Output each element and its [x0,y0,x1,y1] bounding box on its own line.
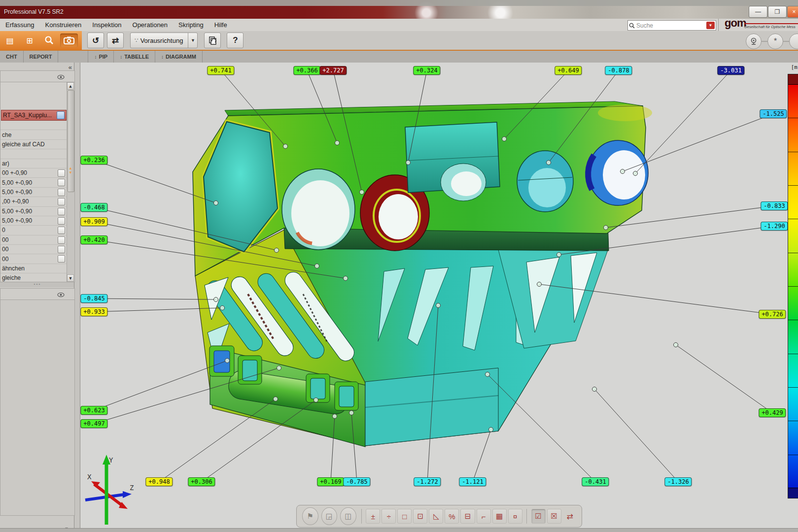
report-page-button[interactable]: ▤ [1,33,19,47]
measure-point[interactable] [547,161,551,165]
tree-item[interactable]: ähnchen [0,264,67,273]
deviation-label[interactable]: -1.290 [761,222,788,231]
item-checkbox[interactable] [58,236,65,244]
item-checkbox[interactable] [57,111,65,119]
new-window-button[interactable]: ⊞ [21,33,38,47]
scroll-thumb[interactable] [68,90,74,192]
rect-select-button[interactable]: □ [397,509,412,524]
deviation-label[interactable]: -0.878 [605,66,632,75]
measure-point[interactable] [633,171,638,176]
deviation-label[interactable]: +2.727 [319,66,347,75]
3d-viewport[interactable]: Y X Z +0.741+0.366+2.727+0.324+0.649-0.8… [80,63,798,528]
circle-select-button[interactable]: % [445,509,459,524]
measure-point[interactable] [349,411,354,415]
deviation-label[interactable]: -0.785 [343,477,370,486]
measure-point[interactable] [333,414,337,419]
maximize-button[interactable]: ❐ [768,6,787,18]
visibility-eye-icon[interactable] [57,73,65,82]
search-dropdown-button[interactable]: ▼ [706,22,715,29]
menu-skripting[interactable]: Skripting [173,20,209,30]
tree-item[interactable]: 00 [0,254,67,264]
tab-pip[interactable]: ↕PIP [88,51,114,63]
tree-item[interactable]: gleiche auf CAD [0,140,67,149]
light-view-button[interactable]: * [767,33,783,49]
item-checkbox[interactable] [58,246,65,253]
measure-point[interactable] [335,141,340,145]
deviation-color-scale[interactable] [788,74,798,499]
measure-point[interactable] [277,366,281,370]
section-button[interactable]: ⊟ [460,509,475,524]
menu-inspektion[interactable]: Inspektion [87,20,127,30]
measure-point[interactable] [436,303,441,308]
measure-point[interactable] [274,397,278,401]
deviation-label[interactable]: +0.623 [80,406,107,415]
menu-hilfe[interactable]: Hilfe [209,20,233,30]
deviation-label[interactable]: -1.121 [459,477,486,486]
deviation-label[interactable]: -0.468 [80,203,107,212]
swap-stages-button[interactable]: ⇄ [563,509,577,524]
measure-point[interactable] [557,253,561,257]
deviation-label[interactable]: +0.324 [413,66,440,75]
deviation-label[interactable]: -1.525 [760,109,787,118]
camera-button[interactable] [60,33,78,47]
tree-item[interactable]: 00 [0,235,67,245]
tab-diagramm[interactable]: ↕DIAGRAMM [155,51,203,63]
deviation-label[interactable]: +0.741 [207,66,234,75]
tab-tabelle[interactable]: ↕TABELLE [114,51,155,63]
tree-item[interactable]: che [0,130,67,139]
measure-point[interactable] [537,282,542,287]
rotate-left-button[interactable]: ↻ [87,33,104,48]
alignment-dropdown-arrow[interactable]: ▼ [188,33,197,48]
deviation-label[interactable]: -0.845 [80,294,107,303]
tab-report[interactable]: REPORT [24,51,59,63]
tree-scrollbar[interactable]: ▲ ▲▼ ▼ [67,82,74,282]
deviation-label[interactable]: -3.031 [717,66,744,75]
deviation-label[interactable]: +0.169 [317,477,344,486]
visibility-eye-icon[interactable] [57,291,65,299]
deviation-label[interactable]: -1.272 [414,477,441,486]
close-button[interactable]: × [787,6,798,18]
deviation-label[interactable]: +0.236 [80,156,107,165]
measure-point[interactable] [592,387,597,392]
measure-point[interactable] [360,190,364,195]
measure-point[interactable] [406,161,411,165]
measure-point[interactable] [344,276,348,281]
deviation-label[interactable]: +0.933 [80,307,107,316]
model-3d-part[interactable]: Y X Z [80,63,798,528]
item-checkbox[interactable] [58,227,65,234]
grid-button[interactable]: ▦ [492,509,507,524]
sidebar-collapse-button[interactable]: « [69,64,72,71]
sync-rotate-button[interactable]: ⇄ [107,33,124,48]
item-checkbox[interactable] [58,189,65,196]
measure-point[interactable] [214,298,218,302]
deviation-label[interactable]: -1.326 [664,477,692,486]
scroll-down-icon[interactable]: ▼ [67,274,74,282]
deviation-label[interactable]: +0.429 [759,408,786,417]
tab-cht[interactable]: CHT [0,51,24,63]
lock-labels-button[interactable]: ⚑ [302,507,318,525]
tree-item[interactable]: 00 +-0,90 [0,168,67,178]
measure-point[interactable] [604,226,608,230]
deviation-label[interactable]: +0.726 [759,310,786,319]
measure-triangle-button[interactable]: ◺ [429,509,443,524]
measure-point[interactable] [214,201,218,205]
camera-view-button[interactable] [746,33,762,49]
tree-item-selected[interactable]: RT_SA3_Kupplu... [1,110,67,121]
scroll-up-icon[interactable]: ▲ [67,82,74,90]
menu-konstruieren[interactable]: Konstruieren [40,20,87,30]
item-checkbox[interactable] [58,169,65,177]
item-checkbox[interactable] [58,255,65,263]
item-checkbox[interactable] [58,208,65,215]
deviation-label[interactable]: +0.306 [188,477,215,486]
deviation-label[interactable]: +0.497 [80,419,107,428]
tree-item[interactable]: 5,00 +-0,90 [0,178,67,187]
tree-item[interactable]: ar) [0,159,67,168]
minimize-button[interactable]: — [749,6,767,18]
item-checkbox[interactable] [58,179,65,186]
distance-tool-button[interactable]: ÷ [382,509,396,524]
measure-point[interactable] [314,398,318,402]
measure-point[interactable] [283,144,288,149]
measure-point[interactable] [225,359,230,363]
expand-button[interactable]: ¤ [508,509,522,524]
measure-point[interactable] [486,372,490,377]
